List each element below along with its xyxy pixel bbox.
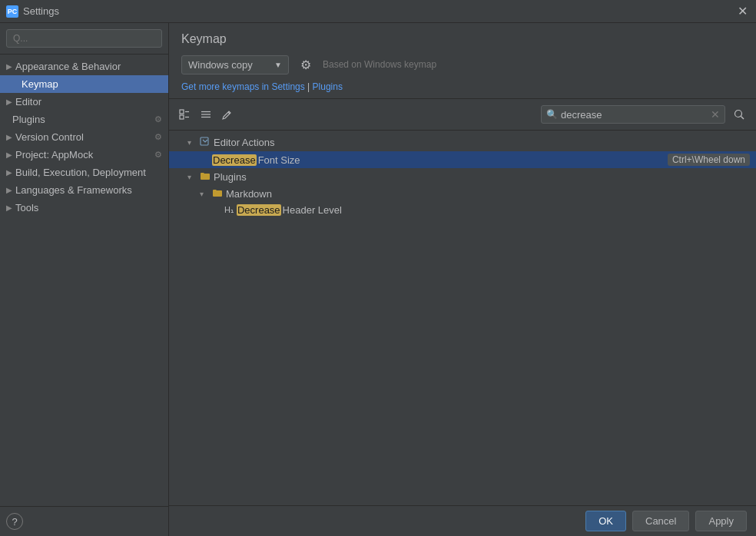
expand-arrow-icon: ▾ bbox=[187, 173, 200, 181]
svg-rect-0 bbox=[180, 110, 184, 114]
search-icon: 🔍 bbox=[546, 109, 558, 120]
markdown-label: Markdown bbox=[226, 188, 750, 200]
find-usages-button[interactable] bbox=[728, 104, 750, 125]
ok-button[interactable]: OK bbox=[585, 511, 626, 531]
sidebar-search-input[interactable] bbox=[6, 29, 162, 48]
svg-line-9 bbox=[741, 117, 744, 120]
plugins-folder-icon bbox=[200, 170, 211, 183]
arrow-icon: ▶ bbox=[6, 98, 12, 106]
h1-icon: H₁ bbox=[224, 205, 234, 215]
collapse-all-button[interactable] bbox=[197, 105, 215, 124]
keymap-based-on-label: Based on Windows keymap bbox=[323, 59, 436, 70]
markdown-folder-icon bbox=[212, 187, 223, 200]
arrow-icon: ▶ bbox=[6, 62, 12, 71]
bottom-bar: OK Cancel Apply bbox=[169, 505, 756, 536]
close-button[interactable]: ✕ bbox=[734, 4, 750, 19]
sidebar-bottom: ? bbox=[0, 506, 168, 536]
right-panel: Keymap Windows copy ▼ ⚙ Based on Windows… bbox=[169, 23, 756, 536]
cancel-button[interactable]: Cancel bbox=[632, 511, 689, 531]
sidebar-item-label: Keymap bbox=[22, 78, 58, 90]
keymap-controls: Windows copy ▼ ⚙ Based on Windows keymap bbox=[181, 54, 744, 75]
sidebar-item-label: Project: AppMock bbox=[15, 149, 93, 160]
help-button[interactable]: ? bbox=[6, 513, 23, 530]
tree-group-editor-actions[interactable]: ▾ Editor Actions bbox=[169, 134, 756, 151]
titlebar-left: PC Settings bbox=[6, 5, 59, 18]
settings-link[interactable]: Get more keymaps in Settings bbox=[181, 81, 305, 92]
sidebar-item-appearance-behavior[interactable]: ▶ Appearance & Behavior bbox=[0, 58, 168, 75]
header-level-text: Header Level bbox=[283, 204, 342, 216]
sidebar-item-label: Languages & Frameworks bbox=[15, 184, 132, 196]
highlight-decrease: Decrease bbox=[212, 154, 257, 166]
svg-point-8 bbox=[735, 111, 742, 117]
chevron-down-icon: ▼ bbox=[274, 61, 282, 69]
titlebar: PC Settings ✕ bbox=[0, 0, 756, 23]
expand-arrow-icon: ▾ bbox=[187, 138, 200, 147]
sidebar-search-area bbox=[0, 23, 168, 55]
sidebar-item-label: Tools bbox=[15, 202, 38, 213]
sidebar-item-label: Build, Execution, Deployment bbox=[15, 167, 146, 178]
settings-window: PC Settings ✕ ▶ Appearance & Behavior Ke… bbox=[0, 0, 756, 536]
sidebar-item-project[interactable]: ▶ Project: AppMock ⚙ bbox=[0, 146, 168, 164]
keymap-search-box: 🔍 ✕ bbox=[541, 105, 725, 124]
sidebar-item-label: Editor bbox=[15, 96, 41, 108]
sidebar-item-plugins[interactable]: Plugins ⚙ bbox=[0, 111, 168, 128]
plugins-link[interactable]: Plugins bbox=[313, 81, 343, 92]
keymap-toolbar: 🔍 ✕ bbox=[169, 99, 756, 131]
sidebar-item-label: Plugins bbox=[12, 114, 45, 125]
app-icon: PC bbox=[6, 5, 18, 18]
decrease-font-size-label: Decrease Font Size bbox=[212, 154, 668, 166]
sidebar-item-label: Version Control bbox=[15, 131, 84, 143]
font-size-text: Font Size bbox=[258, 154, 300, 166]
sidebar: ▶ Appearance & Behavior Keymap ▶ Editor … bbox=[0, 23, 169, 536]
arrow-icon: ▶ bbox=[6, 133, 12, 141]
shortcut-badge: Ctrl+\Wheel down bbox=[668, 154, 750, 166]
sidebar-item-tools[interactable]: ▶ Tools bbox=[0, 199, 168, 217]
plugins-label: Plugins bbox=[214, 171, 750, 183]
clear-search-icon[interactable]: ✕ bbox=[711, 108, 720, 121]
keymap-tree: ▾ Editor Actions Decrease bbox=[169, 131, 756, 505]
plugins-badge: ⚙ bbox=[154, 114, 162, 124]
expand-arrow-icon: ▾ bbox=[200, 190, 212, 198]
sidebar-item-version-control[interactable]: ▶ Version Control ⚙ bbox=[0, 128, 168, 146]
sidebar-item-label: Appearance & Behavior bbox=[15, 61, 121, 72]
panel-header: Keymap Windows copy ▼ ⚙ Based on Windows… bbox=[169, 23, 756, 99]
apply-button[interactable]: Apply bbox=[695, 511, 747, 531]
keymap-search-input[interactable] bbox=[561, 109, 708, 121]
sidebar-item-languages[interactable]: ▶ Languages & Frameworks bbox=[0, 181, 168, 199]
sidebar-item-build[interactable]: ▶ Build, Execution, Deployment bbox=[0, 164, 168, 181]
tree-item-decrease-font-size[interactable]: Decrease Font Size Ctrl+\Wheel down bbox=[169, 151, 756, 168]
arrow-icon: ▶ bbox=[6, 186, 12, 194]
keymap-settings-button[interactable]: ⚙ bbox=[295, 54, 317, 75]
version-control-badge: ⚙ bbox=[154, 132, 162, 142]
project-badge: ⚙ bbox=[154, 150, 162, 160]
sidebar-item-keymap[interactable]: Keymap bbox=[0, 75, 168, 93]
sidebar-item-editor[interactable]: ▶ Editor bbox=[0, 93, 168, 111]
window-title: Settings bbox=[23, 5, 59, 17]
keymap-value: Windows copy bbox=[188, 59, 253, 71]
sidebar-items-list: ▶ Appearance & Behavior Keymap ▶ Editor … bbox=[0, 55, 168, 506]
decrease-header-level-label: H₁ Decrease Header Level bbox=[224, 204, 750, 216]
expand-all-button[interactable] bbox=[175, 105, 194, 124]
arrow-icon: ▶ bbox=[6, 168, 12, 177]
tree-item-decrease-header-level[interactable]: H₁ Decrease Header Level bbox=[169, 202, 756, 218]
panel-title: Keymap bbox=[181, 32, 744, 46]
arrow-icon: ▶ bbox=[6, 151, 12, 159]
editor-actions-label: Editor Actions bbox=[214, 137, 750, 148]
keymap-dropdown[interactable]: Windows copy ▼ bbox=[181, 55, 289, 74]
main-content: ▶ Appearance & Behavior Keymap ▶ Editor … bbox=[0, 23, 756, 536]
tree-group-plugins[interactable]: ▾ Plugins bbox=[169, 168, 756, 185]
tree-group-markdown[interactable]: ▾ Markdown bbox=[169, 185, 756, 202]
svg-rect-1 bbox=[180, 115, 184, 119]
arrow-icon: ▶ bbox=[6, 203, 12, 212]
editor-actions-icon bbox=[200, 136, 211, 149]
highlight-decrease-2: Decrease bbox=[237, 204, 281, 216]
edit-button[interactable] bbox=[218, 105, 237, 124]
keymap-links: Get more keymaps in Settings | Plugins bbox=[181, 81, 744, 92]
